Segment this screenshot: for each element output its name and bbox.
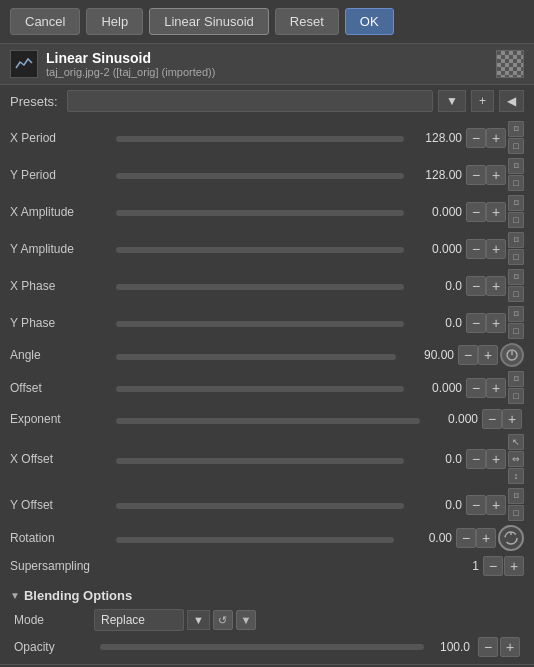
param-label-11: Rotation (10, 531, 110, 545)
param-slider-11[interactable] (116, 537, 394, 543)
param-minus-btn-10[interactable]: − (466, 495, 486, 515)
param-extra-icon-3[interactable]: □ (508, 249, 524, 265)
param-square-icon-1[interactable]: □ (508, 175, 524, 191)
params-section: X Period128.00−+ ⌑ □ Y Period128.00−+ ⌑ … (0, 117, 534, 581)
checker-icon (496, 50, 524, 78)
param-minus-btn-7[interactable]: − (466, 378, 486, 398)
param-label-9: X Offset (10, 452, 110, 466)
param-minus-btn-9[interactable]: − (466, 449, 486, 469)
mode-select[interactable]: Replace (94, 609, 184, 631)
presets-label: Presets: (10, 94, 58, 109)
param-link-icon-1[interactable]: ⌑ (508, 158, 524, 174)
help-button[interactable]: Help (86, 8, 143, 35)
param-slider-10[interactable] (116, 503, 404, 509)
param-minus-btn-2[interactable]: − (466, 202, 486, 222)
param-extra-icon-2[interactable]: □ (508, 212, 524, 228)
param-value-2: 0.000 (410, 205, 462, 219)
param-slider-2[interactable] (116, 210, 404, 216)
ok-button[interactable]: OK (345, 8, 394, 35)
param-minus-btn-1[interactable]: − (466, 165, 486, 185)
param-label-2: X Amplitude (10, 205, 110, 219)
blending-section: ▼ Blending Options Mode Replace ▼ ↺ ▼ Op… (0, 581, 534, 664)
param-slider-3[interactable] (116, 247, 404, 253)
param-plus-btn-0[interactable]: + (486, 128, 506, 148)
param-side-icons-9: ↖ ⇔ ↕ (508, 434, 524, 484)
param-slider-8[interactable] (116, 418, 420, 424)
param-link-icon-7[interactable]: ⌑ (508, 371, 524, 387)
param-plus-btn-4[interactable]: + (486, 276, 506, 296)
mode-reset-btn[interactable]: ↺ (213, 610, 233, 630)
cancel-button[interactable]: Cancel (10, 8, 80, 35)
param-value-10: 0.0 (410, 498, 462, 512)
param-minus-btn-6[interactable]: − (458, 345, 478, 365)
param-move-icon-9[interactable]: ⇔ (508, 451, 524, 467)
param-slider-4[interactable] (116, 284, 404, 290)
param-plus-btn-3[interactable]: + (486, 239, 506, 259)
param-slider-6[interactable] (116, 354, 396, 360)
reset-button[interactable]: Reset (275, 8, 339, 35)
opacity-plus-btn[interactable]: + (500, 637, 520, 657)
param-label-1: Y Period (10, 168, 110, 182)
param-slider-wrap-7 (116, 380, 404, 395)
linear-sinusoid-button[interactable]: Linear Sinusoid (149, 8, 269, 35)
param-plus-btn-7[interactable]: + (486, 378, 506, 398)
param-plus-btn-10[interactable]: + (486, 495, 506, 515)
param-square-icon-0[interactable]: □ (508, 138, 524, 154)
param-plus-btn-2[interactable]: + (486, 202, 506, 222)
param-minus-btn-11[interactable]: − (456, 528, 476, 548)
param-slider-9[interactable] (116, 458, 404, 464)
param-link-icon-10[interactable]: ⌑ (508, 488, 524, 504)
param-link-icon-4[interactable]: ⌑ (508, 269, 524, 285)
param-slider-5[interactable] (116, 321, 404, 327)
presets-dropdown-arrow[interactable]: ▼ (438, 90, 466, 112)
presets-add-button[interactable]: + (471, 90, 494, 112)
param-arrow-icon-9[interactable]: ↖ (508, 434, 524, 450)
param-slider-wrap-8 (116, 412, 420, 427)
param-minus-btn-0[interactable]: − (466, 128, 486, 148)
param-minus-btn-4[interactable]: − (466, 276, 486, 296)
param-row-offset: Offset0.000−+ ⌑ □ (0, 369, 534, 406)
param-plus-btn-11[interactable]: + (476, 528, 496, 548)
param-slider-1[interactable] (116, 173, 404, 179)
mode-select-arrow[interactable]: ▼ (187, 610, 210, 630)
param-plus-btn-5[interactable]: + (486, 313, 506, 333)
param-side-icons-10: ⌑ □ (508, 488, 524, 521)
param-side-icons-5: ⌑ □ (508, 306, 524, 339)
param-plus-btn-6[interactable]: + (478, 345, 498, 365)
param-label-0: X Period (10, 131, 110, 145)
param-side-icons-3: ⌑ □ (508, 232, 524, 265)
param-value-9: 0.0 (410, 452, 462, 466)
param-label-8: Exponent (10, 412, 110, 426)
param-minus-btn-5[interactable]: − (466, 313, 486, 333)
param-link-icon-3[interactable]: ⌑ (508, 232, 524, 248)
param-link-icon-2[interactable]: ⌑ (508, 195, 524, 211)
param-slider-wrap-5 (116, 315, 404, 330)
mode-extra-btn[interactable]: ▼ (236, 610, 256, 630)
param-link-icon-5[interactable]: ⌑ (508, 306, 524, 322)
opacity-row: Opacity 100.0 − + (0, 634, 534, 660)
opacity-minus-btn[interactable]: − (478, 637, 498, 657)
param-extra-icon-9[interactable]: ↕ (508, 468, 524, 484)
param-dial-6[interactable] (500, 343, 524, 367)
supersampling-minus-btn[interactable]: − (483, 556, 503, 576)
param-minus-btn-8[interactable]: − (482, 409, 502, 429)
supersampling-plus-btn[interactable]: + (504, 556, 524, 576)
param-link-icon-0[interactable]: ⌑ (508, 121, 524, 137)
param-extra-icon-7[interactable]: □ (508, 388, 524, 404)
param-extra-icon-4[interactable]: □ (508, 286, 524, 302)
presets-remove-button[interactable]: ◀ (499, 90, 524, 112)
param-side-icons-7: ⌑ □ (508, 371, 524, 404)
param-extra-icon-10[interactable]: □ (508, 505, 524, 521)
presets-row: Presets: ▼ + ◀ (0, 85, 534, 117)
param-slider-wrap-1 (116, 167, 404, 182)
param-plus-btn-1[interactable]: + (486, 165, 506, 185)
param-plus-btn-9[interactable]: + (486, 449, 506, 469)
param-rot-btn-11[interactable] (498, 525, 524, 551)
param-slider-0[interactable] (116, 136, 404, 142)
blending-header[interactable]: ▼ Blending Options (0, 585, 534, 606)
presets-select[interactable] (67, 90, 433, 112)
param-extra-icon-5[interactable]: □ (508, 323, 524, 339)
param-slider-7[interactable] (116, 386, 404, 392)
param-plus-btn-8[interactable]: + (502, 409, 522, 429)
param-minus-btn-3[interactable]: − (466, 239, 486, 259)
